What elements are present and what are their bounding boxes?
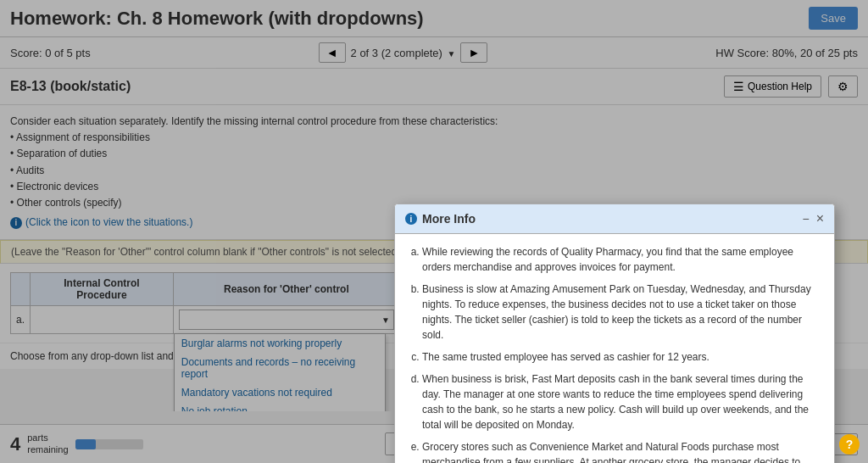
situation-a: While reviewing the records of Quality P…	[422, 244, 824, 275]
situation-b: Business is slow at Amazing Amusement Pa…	[422, 282, 824, 343]
more-info-modal: i More Info − × While reviewing the reco…	[394, 204, 835, 411]
modal-body: While reviewing the records of Quality P…	[395, 234, 834, 411]
modal-minimize-button[interactable]: −	[802, 212, 809, 226]
situations-list: While reviewing the records of Quality P…	[405, 244, 824, 411]
modal-close-button[interactable]: ×	[816, 211, 824, 226]
modal-header: i More Info − ×	[395, 204, 834, 234]
modal-title: i More Info	[405, 212, 476, 226]
modal-info-icon: i	[405, 213, 417, 225]
situation-c: The same trusted employee has served as …	[422, 349, 824, 365]
situation-d: When business is brisk, Fast Mart deposi…	[422, 371, 824, 411]
modal-controls: − ×	[802, 211, 824, 226]
